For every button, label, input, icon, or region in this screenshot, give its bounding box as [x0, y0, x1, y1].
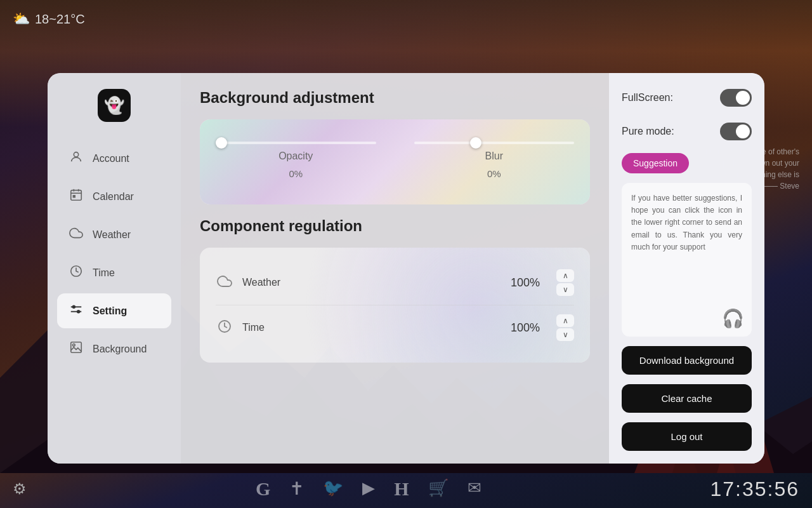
weather-down-btn[interactable]: ∨ [556, 283, 574, 296]
background-nav-icon [69, 340, 84, 358]
pure-mode-toggle[interactable] [720, 123, 752, 140]
blur-value: 0% [487, 168, 501, 179]
pure-mode-label: Pure mode: [622, 126, 674, 137]
sidebar-time-label: Time [93, 267, 115, 279]
dock-youtube[interactable]: ▶ [362, 478, 375, 500]
settings-panel: 👻 Account [48, 73, 764, 464]
time-component-name: Time [242, 322, 502, 333]
time-display: 17:35:56 [710, 478, 799, 501]
opacity-thumb[interactable] [216, 137, 227, 149]
svg-point-5 [74, 152, 78, 157]
headphone-icon: 🎧 [722, 308, 744, 329]
weather-up-btn[interactable]: ∧ [556, 269, 574, 282]
pure-mode-knob [736, 124, 750, 138]
opacity-value: 0% [289, 168, 303, 179]
weather-component-icon [216, 274, 233, 292]
svg-rect-10 [73, 196, 75, 197]
component-card: Weather 100% ∧ ∨ Time [200, 248, 590, 363]
time-down-btn[interactable]: ∨ [556, 328, 574, 341]
opacity-slider-group: Opacity 0% [216, 142, 376, 179]
time-nav-icon [69, 264, 84, 281]
time-arrows: ∧ ∨ [556, 314, 574, 341]
fullscreen-knob [736, 91, 750, 105]
dock-icons: G ✝ 🐦 ▶ H 🛒 ✉ [256, 478, 481, 500]
svg-rect-6 [71, 190, 82, 201]
sidebar-background-label: Background [93, 344, 147, 355]
sidebar-item-background[interactable]: Background [57, 331, 171, 366]
logo-container: 👻 [57, 89, 171, 122]
temperature-display: 18~21°C [35, 12, 85, 27]
weather-component-value: 100% [511, 276, 540, 290]
sidebar-item-time[interactable]: Time [57, 255, 171, 290]
dock-google[interactable]: G [256, 478, 270, 500]
sidebar-weather-label: Weather [93, 229, 131, 241]
dock-twitter[interactable]: 🐦 [323, 478, 343, 500]
weather-arrows: ∧ ∨ [556, 269, 574, 296]
logout-button[interactable]: Log out [622, 422, 752, 451]
component-row-time: Time 100% ∧ ∨ [216, 305, 574, 350]
weather-component-name: Weather [242, 277, 502, 288]
main-content: Background adjustment Opacity 0% Bl [181, 73, 609, 464]
time-up-btn[interactable]: ∧ [556, 314, 574, 327]
sidebar-setting-label: Setting [93, 305, 127, 317]
suggestion-button[interactable]: Suggestion [622, 153, 689, 173]
blur-thumb[interactable] [470, 137, 481, 149]
opacity-track[interactable] [216, 142, 376, 144]
sidebar-account-label: Account [93, 153, 129, 164]
blur-label: Blur [485, 150, 503, 162]
bg-adjustment-card: Opacity 0% Blur 0% [200, 119, 590, 204]
topbar: ⛅ 18~21°C [0, 0, 812, 38]
blur-slider-group: Blur 0% [414, 142, 575, 179]
sidebar-item-account[interactable]: Account [57, 141, 171, 176]
account-icon [69, 150, 84, 167]
dock-cross[interactable]: ✝ [289, 478, 304, 500]
component-regulation-title: Component regulation [200, 217, 590, 235]
bottombar: ⚙ G ✝ 🐦 ▶ H 🛒 ✉ 17:35:56 [0, 470, 812, 508]
dock-cart[interactable]: 🛒 [428, 478, 449, 500]
fullscreen-label: FullScreen: [622, 92, 673, 104]
sidebar-calendar-label: Calendar [93, 191, 134, 203]
sidebar-item-weather[interactable]: Weather [57, 217, 171, 252]
time-component-icon [216, 319, 233, 337]
weather-nav-icon [69, 226, 84, 243]
dock-h[interactable]: H [394, 478, 409, 500]
dock-mail[interactable]: ✉ [468, 478, 481, 500]
app-logo: 👻 [98, 89, 131, 122]
right-panel: FullScreen: Pure mode: Suggestion If you… [609, 73, 764, 464]
weather-icon: ⛅ [13, 11, 30, 27]
sidebar-item-calendar[interactable]: Calendar [57, 179, 171, 214]
weather-widget: ⛅ 18~21°C [13, 11, 85, 27]
gear-icon-bottom[interactable]: ⚙ [13, 480, 27, 498]
sidebar: 👻 Account [48, 73, 181, 464]
svg-rect-16 [71, 342, 82, 353]
svg-point-15 [77, 311, 80, 313]
opacity-label: Opacity [278, 150, 313, 162]
blur-track[interactable] [414, 142, 575, 144]
svg-point-14 [73, 306, 75, 309]
component-list: Weather 100% ∧ ∨ Time [216, 260, 574, 350]
component-row-weather: Weather 100% ∧ ∨ [216, 260, 574, 305]
suggestion-box: If you have better suggestions, I hope y… [622, 183, 752, 337]
setting-nav-icon [69, 302, 84, 319]
suggestion-text: If you have better suggestions, I hope y… [631, 192, 742, 253]
pure-mode-row: Pure mode: [622, 119, 752, 144]
sidebar-item-setting[interactable]: Setting [57, 293, 171, 328]
calendar-icon [69, 188, 84, 205]
fullscreen-row: FullScreen: [622, 86, 752, 110]
download-background-button[interactable]: Download background [622, 346, 752, 375]
time-component-value: 100% [511, 321, 540, 335]
svg-point-17 [73, 344, 75, 347]
clear-cache-button[interactable]: Clear cache [622, 384, 752, 413]
fullscreen-toggle[interactable] [720, 89, 752, 107]
bg-adjustment-title: Background adjustment [200, 89, 590, 107]
